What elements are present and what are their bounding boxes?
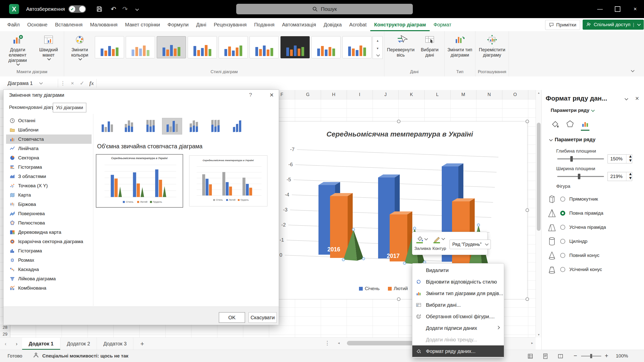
category-scatter[interactable]: Точкова (X Y): [6, 181, 92, 190]
fill-color-button[interactable]: [416, 235, 427, 243]
confirm-entry-icon[interactable]: ✓: [77, 80, 87, 86]
gap-depth-input[interactable]: 150%▴▾: [608, 154, 632, 163]
radio-unselected[interactable]: [560, 239, 565, 244]
gap-depth-slider[interactable]: [557, 158, 604, 159]
outline-color-button[interactable]: [433, 235, 445, 243]
radio-unselected[interactable]: [560, 225, 565, 230]
collapse-ribbon-button[interactable]: [630, 68, 634, 73]
close-button[interactable]: ×: [626, 0, 644, 18]
add-sheet-button[interactable]: +: [133, 338, 151, 350]
effects-tab[interactable]: [566, 120, 574, 131]
select-data-button[interactable]: Вибрати дані: [417, 33, 443, 58]
tab-scrollbar-splitter[interactable]: ⋮: [325, 340, 330, 346]
chart-title[interactable]: Середньомісячна температура в Україні: [327, 130, 473, 138]
column-header[interactable]: L: [424, 90, 451, 99]
gap-width-slider[interactable]: [557, 176, 604, 177]
shape-option-truncated-cone[interactable]: Усічений конус: [548, 264, 602, 275]
tab-insert[interactable]: Вставлення: [51, 18, 86, 31]
add-chart-element-button[interactable]: Додати елемент діаграми: [2, 33, 34, 66]
ok-button[interactable]: OK: [219, 312, 245, 323]
restore-button[interactable]: [609, 0, 626, 18]
chart-resize-handle[interactable]: [397, 120, 400, 123]
tab-acrobat[interactable]: Acrobat: [345, 18, 370, 31]
vertical-scrollbar[interactable]: ▴ ▾: [536, 90, 542, 337]
series-options-dropdown[interactable]: Параметри ряду: [551, 108, 594, 113]
menu-item-delete[interactable]: Видалити: [412, 264, 504, 276]
chart-resize-handle[interactable]: [526, 297, 529, 301]
category-area[interactable]: З областями: [6, 172, 92, 181]
chart-preview-selected[interactable]: Середньомісячна температура в Україні Сі…: [96, 154, 183, 208]
undo-button[interactable]: ↶: [108, 5, 119, 13]
menu-item-reset-style[interactable]: Відновити відповідність стилю: [412, 276, 504, 288]
spinner-control[interactable]: ▴▾: [626, 172, 632, 181]
zoom-slider[interactable]: [581, 356, 601, 356]
insert-function-button[interactable]: fx: [87, 80, 96, 86]
autosave-toggle[interactable]: ✓: [68, 5, 86, 13]
chart-style-8[interactable]: [311, 36, 341, 58]
category-funnel[interactable]: Лійкова діаграма: [6, 274, 92, 283]
category-histogram[interactable]: Гістограма: [6, 246, 92, 255]
chart-resize-handle[interactable]: [397, 297, 400, 301]
shape-option-box[interactable]: Прямокутник: [548, 194, 598, 205]
category-line[interactable]: Лінійчата: [6, 144, 92, 153]
pane-collapse-button[interactable]: [624, 97, 628, 101]
row-header[interactable]: 28: [0, 324, 10, 331]
sheet-tab-3[interactable]: Додаток 3: [97, 338, 133, 350]
subtype-3d-column[interactable]: [227, 118, 247, 134]
sheet-nav-left[interactable]: ‹: [0, 338, 11, 350]
tab-help[interactable]: Довідка: [320, 18, 345, 31]
menu-item-3d-rotation[interactable]: Обертання об'ємної фігури....: [412, 311, 504, 322]
page-layout-view-button[interactable]: [540, 352, 550, 360]
zoom-in-button[interactable]: +: [605, 352, 608, 359]
sheet-tab-1[interactable]: Додаток 1: [22, 338, 60, 350]
page-break-view-button[interactable]: [555, 352, 566, 360]
chart-resize-handle[interactable]: [526, 208, 529, 212]
tab-format[interactable]: Формат: [430, 18, 455, 31]
cancel-button[interactable]: Скасувати: [249, 312, 277, 323]
gallery-expand-button[interactable]: ▴▾: [373, 36, 383, 59]
bar-group-2016[interactable]: [318, 182, 364, 261]
column-header[interactable]: I: [347, 90, 373, 99]
scroll-right-icon[interactable]: ▸: [531, 341, 533, 345]
menu-item-add-trendline[interactable]: Додати лінію тренду...: [412, 334, 504, 345]
gap-width-input[interactable]: 219%▴▾: [608, 172, 632, 181]
zoom-level[interactable]: 100%: [616, 353, 628, 359]
search-input[interactable]: Пошук: [236, 4, 413, 14]
chart-style-9[interactable]: [342, 36, 372, 58]
sheet-nav-right[interactable]: ›: [11, 338, 22, 350]
tab-draw[interactable]: Малювання: [86, 18, 121, 31]
dialog-help-button[interactable]: ?: [249, 92, 252, 98]
dialog-close-button[interactable]: ×: [266, 90, 277, 100]
shape-option-full-pyramid[interactable]: Повна піраміда: [548, 208, 603, 219]
row-headers[interactable]: 28 29: [0, 324, 10, 337]
radio-unselected[interactable]: [560, 197, 565, 202]
accessibility-status[interactable]: Спеціальні можливості: щось не так: [42, 353, 128, 359]
fill-line-tab[interactable]: [551, 120, 559, 131]
category-pie[interactable]: Секторна: [6, 153, 92, 162]
column-header[interactable]: J: [373, 90, 399, 99]
subtype-3d-100-stacked-column[interactable]: [205, 118, 225, 134]
scroll-left-icon[interactable]: ◂: [338, 341, 340, 345]
column-header[interactable]: K: [398, 90, 425, 99]
chart-style-6[interactable]: [250, 36, 279, 58]
cancel-entry-icon[interactable]: ×: [68, 80, 77, 86]
shape-option-cylinder[interactable]: Циліндр: [548, 236, 587, 247]
change-chart-type-button[interactable]: Змінити тип діаграми: [446, 33, 474, 58]
share-button[interactable]: Спільний доступ |: [583, 20, 644, 30]
tab-automate[interactable]: Автоматизація: [278, 18, 320, 31]
slider-thumb[interactable]: [570, 156, 573, 162]
name-box[interactable]: Діаграма 1: [0, 80, 58, 86]
category-waterfall[interactable]: Каскадна: [6, 265, 92, 274]
column-header[interactable]: N: [476, 90, 502, 99]
menu-item-format-data-series[interactable]: Формат ряду даних...: [412, 345, 504, 357]
chart-style-7-dark[interactable]: [280, 36, 310, 58]
column-header[interactable]: M: [450, 90, 476, 99]
redo-button[interactable]: ↷: [119, 5, 131, 13]
category-column-selected[interactable]: Стовпчаста: [6, 134, 92, 144]
category-treemap[interactable]: Деревовидна карта: [6, 228, 92, 237]
more-options-icon[interactable]: ⋮: [58, 80, 68, 86]
category-bar[interactable]: Гістограма: [6, 162, 92, 172]
save-button[interactable]: [96, 6, 108, 12]
minimize-button[interactable]: —: [591, 0, 609, 18]
vertical-scroll-thumb[interactable]: [537, 123, 541, 231]
